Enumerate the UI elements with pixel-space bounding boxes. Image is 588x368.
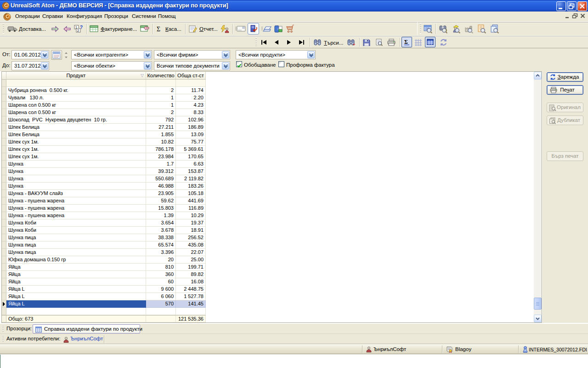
svg-text:Σ: Σ [404, 39, 408, 45]
svg-text:2: 2 [77, 29, 79, 32]
svg-text:Σ: Σ [157, 26, 160, 33]
svg-text:?: ? [80, 25, 83, 30]
svg-text:+: + [353, 42, 355, 46]
